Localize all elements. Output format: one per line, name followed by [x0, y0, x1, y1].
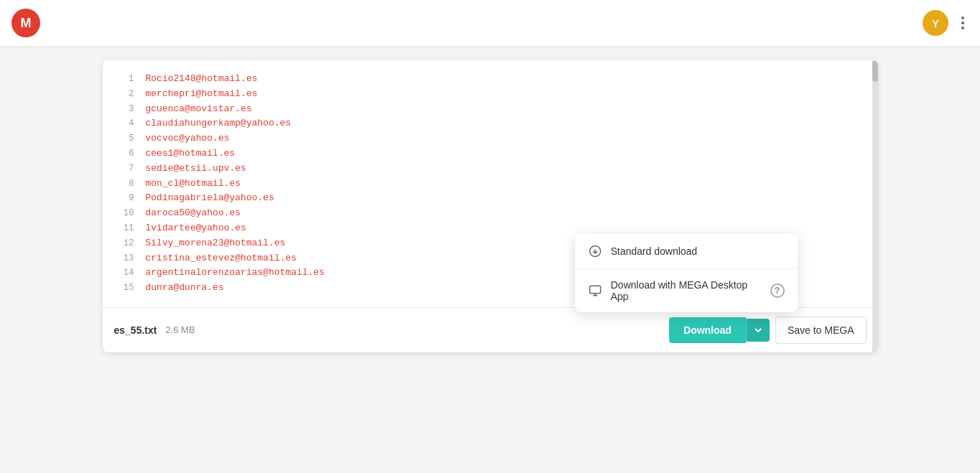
header-right: Y — [923, 10, 969, 36]
line-content: Silvy_morena23@hotmail.es — [146, 236, 286, 251]
header-left: M — [11, 9, 40, 37]
file-name: es_55.txt — [114, 324, 157, 336]
line-content: mon_cl@hotmail.es — [146, 177, 241, 192]
line-number: 9 — [114, 192, 134, 205]
table-row: 8 mon_cl@hotmail.es — [103, 177, 878, 192]
table-row: 9 Podinagabriela@yahoo.es — [103, 191, 878, 206]
table-row: 10 daroca50@yahoo.es — [103, 206, 878, 221]
main-content: 1 Rocio2148@hotmail.es 2 merchepri@hotma… — [0, 46, 980, 473]
line-content: Rocio2148@hotmail.es — [146, 72, 258, 87]
line-number: 6 — [114, 147, 134, 161]
scrollbar-thumb[interactable] — [872, 60, 878, 82]
line-number: 13 — [114, 252, 134, 266]
file-viewer: 1 Rocio2148@hotmail.es 2 merchepri@hotma… — [103, 60, 878, 352]
table-row: 5 vocvoc@yahoo.es — [103, 131, 878, 146]
header: M Y — [0, 0, 980, 46]
dot — [961, 27, 964, 29]
table-row: 3 gcuenca@movistar.es — [103, 102, 878, 117]
line-number: 4 — [114, 117, 134, 131]
mega-logo[interactable]: M — [11, 9, 40, 37]
line-number: 2 — [114, 88, 134, 101]
line-number: 8 — [114, 177, 134, 191]
line-content: claudiahungerkamp@yahoo.es — [146, 116, 291, 131]
table-row: 4 claudiahungerkamp@yahoo.es — [103, 116, 878, 131]
line-number: 5 — [114, 132, 134, 146]
download-circle-icon — [588, 244, 602, 258]
table-row: 6 cees1@hotmail.es — [103, 146, 878, 161]
line-number: 7 — [114, 162, 134, 176]
desktop-icon — [588, 284, 602, 298]
file-size: 2.6 MB — [165, 324, 195, 335]
download-dropdown-button[interactable] — [746, 319, 770, 342]
user-avatar[interactable]: Y — [923, 10, 948, 36]
line-content: cristina_estevez@hotmail.es — [146, 251, 297, 266]
table-row: 7 sedie@etsii.upv.es — [103, 161, 878, 177]
download-dropdown: Standard download Download with MEGA Des… — [575, 234, 798, 312]
line-content: argentinalorenzoarias@hotmail.es — [146, 266, 325, 281]
bottom-actions: Download Save to MEGA — [669, 317, 866, 344]
line-number: 15 — [114, 281, 134, 295]
download-button[interactable]: Download — [669, 317, 746, 343]
line-content: gcuenca@movistar.es — [146, 102, 252, 117]
file-info: es_55.txt 2.6 MB — [114, 324, 195, 336]
line-number: 10 — [114, 207, 134, 220]
line-number: 12 — [114, 237, 134, 250]
table-row: 2 merchepri@hotmail.es — [103, 87, 878, 102]
line-content: lvidartee@yahoo.es — [146, 221, 246, 236]
line-content: Podinagabriela@yahoo.es — [146, 191, 274, 206]
desktop-app-download-item[interactable]: Download with MEGA Desktop App ? — [575, 268, 798, 312]
more-options-button[interactable] — [957, 12, 969, 34]
line-content: vocvoc@yahoo.es — [146, 131, 230, 146]
line-number: 14 — [114, 266, 134, 280]
chevron-down-icon — [754, 326, 762, 334]
help-icon[interactable]: ? — [770, 284, 785, 298]
dot — [961, 22, 964, 24]
dot — [961, 17, 964, 19]
line-number: 1 — [114, 72, 134, 86]
desktop-app-label: Download with MEGA Desktop App — [611, 279, 762, 302]
line-number: 3 — [114, 103, 134, 116]
table-row: 1 Rocio2148@hotmail.es — [103, 72, 878, 87]
save-to-mega-button[interactable]: Save to MEGA — [775, 317, 867, 344]
line-content: merchepri@hotmail.es — [146, 87, 258, 102]
svg-rect-2 — [589, 286, 600, 294]
bottom-bar: Standard download Download with MEGA Des… — [103, 307, 878, 352]
line-content: sedie@etsii.upv.es — [146, 161, 246, 177]
line-content: dunra@dunra.es — [146, 281, 224, 296]
line-number: 11 — [114, 222, 134, 235]
line-content: daroca50@yahoo.es — [146, 206, 241, 221]
line-content: cees1@hotmail.es — [146, 146, 235, 161]
standard-download-label: Standard download — [611, 245, 785, 257]
standard-download-item[interactable]: Standard download — [575, 234, 798, 268]
